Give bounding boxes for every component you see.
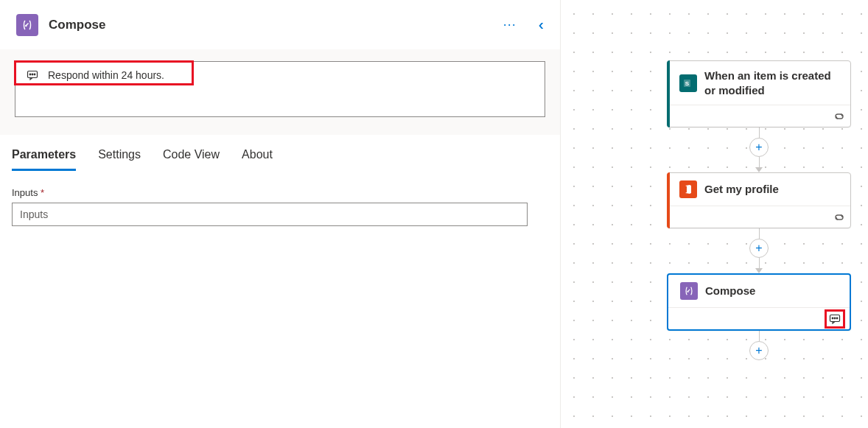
office-icon (679, 180, 697, 198)
svg-point-9 (832, 318, 833, 319)
add-action-button[interactable]: + (749, 341, 769, 360)
node-title: Get my profile (704, 182, 779, 197)
inputs-field[interactable] (12, 203, 528, 226)
note-section: Respond within 24 hours. (0, 49, 560, 135)
svg-point-0 (25, 24, 27, 27)
connector: + (749, 127, 769, 172)
node-footer (668, 105, 850, 127)
node-title: Compose (705, 284, 755, 298)
svg-point-3 (32, 74, 33, 75)
flow-node-compose[interactable]: Compose (667, 273, 851, 331)
svg-point-4 (34, 74, 35, 75)
connector: + (749, 331, 769, 360)
svg-point-11 (836, 318, 838, 319)
flow-node-get-profile[interactable]: Get my profile (667, 172, 851, 228)
collapse-button[interactable]: ‹‹ (533, 13, 545, 36)
flow-canvas[interactable]: S When an item is created or modified + (560, 0, 868, 428)
panel-header: Compose ··· ‹‹ (0, 0, 560, 49)
more-button[interactable]: ··· (497, 14, 522, 35)
tab-settings[interactable]: Settings (98, 148, 141, 171)
svg-text:S: S (685, 80, 690, 87)
tab-about[interactable]: About (242, 148, 273, 171)
properties-panel: Compose ··· ‹‹ Respond within 24 hours. … (0, 0, 560, 428)
svg-point-10 (834, 318, 836, 319)
form-area: Inputs * (0, 171, 560, 242)
compose-icon (16, 14, 38, 36)
tab-parameters[interactable]: Parameters (12, 148, 76, 171)
tabs: Parameters Settings Code View About (0, 135, 560, 171)
node-footer (668, 206, 850, 228)
panel-title: Compose (49, 18, 487, 32)
add-action-button[interactable]: + (749, 239, 769, 258)
note-icon (26, 69, 39, 81)
link-icon (833, 213, 844, 222)
link-icon (833, 112, 844, 121)
connector: + (749, 228, 769, 273)
add-action-button[interactable]: + (749, 138, 769, 157)
svg-point-2 (29, 74, 31, 75)
node-title: When an item is created or modified (704, 69, 841, 97)
node-footer (668, 307, 850, 329)
sharepoint-icon: S (679, 74, 697, 92)
tab-code-view[interactable]: Code View (163, 148, 220, 171)
svg-point-7 (687, 291, 688, 292)
flow-column: S When an item is created or modified + (667, 60, 851, 360)
compose-icon (680, 282, 698, 300)
note-text: Respond within 24 hours. (48, 69, 164, 81)
note-icon[interactable] (829, 313, 841, 325)
flow-node-trigger[interactable]: S When an item is created or modified (667, 60, 851, 127)
note-input[interactable]: Respond within 24 hours. (15, 61, 545, 117)
inputs-label: Inputs * (12, 187, 548, 198)
highlight-marker (825, 309, 845, 329)
